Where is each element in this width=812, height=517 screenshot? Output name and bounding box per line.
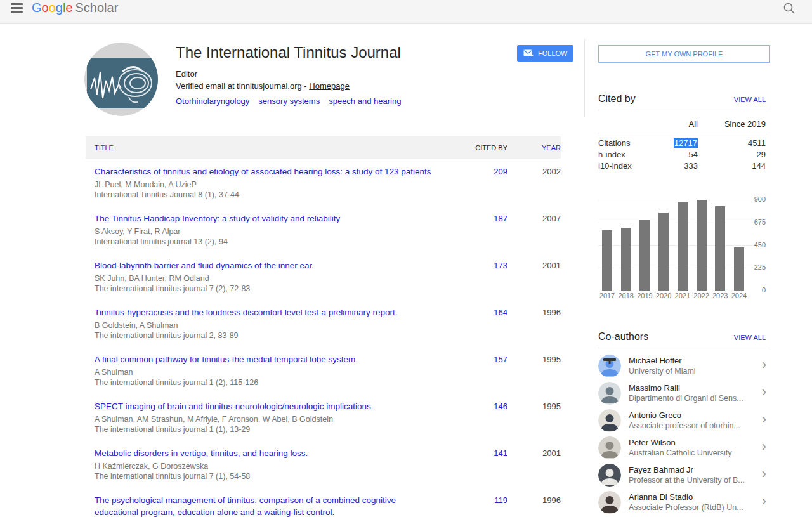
follow-button-label: FOLLOW bbox=[538, 49, 567, 57]
topic-tag-link[interactable]: sensory systems bbox=[258, 96, 320, 106]
article-title-link[interactable]: Blood-labyrinth barrier and fluid dynami… bbox=[95, 259, 442, 272]
chart-bar[interactable] bbox=[658, 213, 669, 291]
coauthor-affiliation: Associate Professor (RtdB) Un... bbox=[629, 502, 758, 513]
metric-label: Citations bbox=[598, 138, 660, 149]
coauthor-affiliation: Dipartimento di Organi di Sens... bbox=[629, 393, 758, 403]
coauthor-affiliation: Associate professor of otorhin... bbox=[629, 421, 758, 431]
chart-bar-group: 2022 bbox=[697, 200, 707, 291]
citation-metric-row: Citations 12717 4511 bbox=[598, 138, 770, 149]
article-venue: International Tinnitus Journal 8 (1), 37… bbox=[95, 190, 442, 200]
article-title-link[interactable]: The Tinnitus Handicap Inventory: a study… bbox=[95, 213, 442, 225]
article-cited-count-link[interactable]: 209 bbox=[494, 167, 508, 176]
chart-bar[interactable] bbox=[621, 228, 631, 291]
chart-bar[interactable] bbox=[678, 202, 688, 291]
logo-google-word: Google bbox=[32, 1, 73, 15]
chevron-right-icon: › bbox=[758, 386, 768, 401]
coauthor-list-item[interactable]: Massimo Ralli Dipartimento di Organi di … bbox=[598, 379, 770, 407]
chart-bar-group: 2021 bbox=[678, 202, 688, 291]
article-title-link[interactable]: Tinnitus-hyperacusis and the loudness di… bbox=[95, 306, 442, 318]
sidebar: GET MY OWN PROFILE Cited by VIEW ALL All… bbox=[598, 45, 770, 516]
article-cited-count-link[interactable]: 187 bbox=[494, 214, 508, 223]
follow-button[interactable]: FOLLOW bbox=[517, 45, 573, 62]
article-authors: SK Juhn, BA Hunter, RM Odland bbox=[95, 273, 442, 284]
metric-all-value: 12717 bbox=[660, 138, 698, 149]
profile-avatar[interactable] bbox=[84, 43, 158, 116]
article-row: Characteristics of tinnitus and etiology… bbox=[86, 159, 561, 206]
cited-by-col-since: Since 2019 bbox=[698, 119, 766, 129]
chart-x-tick-label: 2024 bbox=[731, 292, 747, 299]
article-authors: H Kaźmierczak, G Doroszewska bbox=[95, 461, 442, 471]
chart-bar[interactable] bbox=[715, 206, 725, 291]
article-title-link[interactable]: SPECT imaging of brain and tinnitus-neur… bbox=[95, 400, 442, 412]
article-venue: The international tinnitus journal 1 (2)… bbox=[95, 377, 442, 388]
coauthor-list-item[interactable]: Peter Wilson Australian Catholic Univers… bbox=[598, 434, 770, 461]
sort-by-year-header[interactable]: YEAR bbox=[514, 144, 561, 152]
cited-by-col-all: All bbox=[660, 119, 698, 129]
citation-metric-row: h-index 54 29 bbox=[598, 149, 770, 160]
coauthor-name: Arianna Di Stadio bbox=[629, 492, 758, 502]
article-title-link[interactable]: A final common pathway for tinnitus-the … bbox=[95, 353, 442, 365]
article-title-link[interactable]: The psychological management of tinnitus… bbox=[95, 494, 442, 517]
topic-tag-link[interactable]: Otorhinolaryngology bbox=[176, 96, 249, 106]
get-my-own-profile-button[interactable]: GET MY OWN PROFILE bbox=[598, 45, 770, 63]
article-cited-count-link[interactable]: 173 bbox=[494, 261, 508, 270]
article-cited-count-link[interactable]: 157 bbox=[494, 355, 508, 364]
article-row: SPECT imaging of brain and tinnitus-neur… bbox=[86, 393, 561, 440]
article-venue: The international tinnitus journal 7 (1)… bbox=[95, 471, 442, 481]
coauthor-affiliation: Australian Catholic University bbox=[629, 448, 758, 458]
articles-table: TITLE CITED BY YEAR Characteristics of t… bbox=[86, 136, 561, 517]
sort-by-title-header[interactable]: TITLE bbox=[95, 144, 457, 152]
coauthor-name: Peter Wilson bbox=[629, 438, 758, 448]
coauthors-title: Co-authors bbox=[598, 331, 648, 343]
article-cited-count-link[interactable]: 119 bbox=[494, 495, 508, 505]
article-row: A final common pathway for tinnitus-the … bbox=[86, 346, 561, 393]
chart-bar[interactable] bbox=[602, 230, 612, 291]
logo-scholar-word: Scholar bbox=[75, 1, 119, 15]
google-scholar-logo[interactable]: GoogleScholar bbox=[32, 1, 118, 15]
cited-by-view-all-link[interactable]: VIEW ALL bbox=[734, 96, 766, 103]
article-cited-count-link[interactable]: 146 bbox=[494, 402, 508, 411]
article-row: Blood-labyrinth barrier and fluid dynami… bbox=[86, 252, 561, 299]
metric-since-value: 4511 bbox=[698, 138, 766, 149]
graduate-default-avatar bbox=[598, 355, 621, 377]
chart-bar[interactable] bbox=[639, 220, 650, 291]
article-cited-count-link[interactable]: 141 bbox=[494, 448, 508, 458]
homepage-link[interactable]: Homepage bbox=[309, 81, 350, 91]
article-year: 1995 bbox=[514, 353, 561, 388]
coauthors-view-all-link[interactable]: VIEW ALL bbox=[734, 334, 766, 341]
chart-bar-group: 2019 bbox=[639, 220, 650, 291]
coauthor-list-item[interactable]: Michael Hoffer University of Miami › bbox=[598, 352, 770, 379]
photo-avatar bbox=[598, 382, 621, 405]
menu-icon[interactable] bbox=[11, 3, 23, 13]
metric-since-value: 144 bbox=[698, 160, 766, 172]
chart-y-tick-label: 900 bbox=[740, 195, 766, 203]
coauthor-list-item[interactable]: Antonio Greco Associate professor of oto… bbox=[598, 407, 770, 434]
cited-by-title: Cited by bbox=[598, 93, 636, 105]
coauthor-list-item[interactable]: Arianna Di Stadio Associate Professor (R… bbox=[598, 488, 770, 516]
top-bar: GoogleScholar bbox=[0, 0, 812, 24]
photo-avatar bbox=[598, 409, 621, 432]
metric-all-value: 54 bbox=[660, 149, 698, 160]
metric-label: i10-index bbox=[598, 160, 660, 172]
photo-avatar bbox=[598, 464, 621, 487]
coauthor-list-item[interactable]: Fayez Bahmad Jr Professor at the Univers… bbox=[598, 461, 770, 488]
profile-topic-tags: Otorhinolaryngologysensory systemsspeech… bbox=[176, 96, 512, 106]
divider bbox=[598, 110, 770, 110]
coauthor-name: Fayez Bahmad Jr bbox=[629, 465, 758, 475]
profile-role: Editor bbox=[176, 69, 512, 79]
chart-bar[interactable] bbox=[734, 247, 744, 291]
coauthor-name: Massimo Ralli bbox=[629, 383, 758, 393]
article-cited-count-link[interactable]: 164 bbox=[494, 308, 508, 317]
chart-x-tick-label: 2021 bbox=[675, 292, 690, 299]
article-row: Metabolic disorders in vertigo, tinnitus… bbox=[86, 440, 561, 487]
chart-bar[interactable] bbox=[697, 200, 707, 291]
article-authors: S Aksoy, Y Firat, R Alpar bbox=[95, 226, 442, 237]
article-title-link[interactable]: Metabolic disorders in vertigo, tinnitus… bbox=[95, 447, 442, 459]
article-year: 2002 bbox=[514, 166, 561, 200]
article-title-link[interactable]: Characteristics of tinnitus and etiology… bbox=[95, 166, 442, 178]
chart-x-tick-label: 2017 bbox=[599, 292, 615, 299]
search-icon[interactable] bbox=[783, 2, 796, 15]
chart-bar-group: 2017 bbox=[602, 230, 612, 291]
article-row: The Tinnitus Handicap Inventory: a study… bbox=[86, 206, 561, 252]
topic-tag-link[interactable]: speech and hearing bbox=[329, 96, 401, 106]
